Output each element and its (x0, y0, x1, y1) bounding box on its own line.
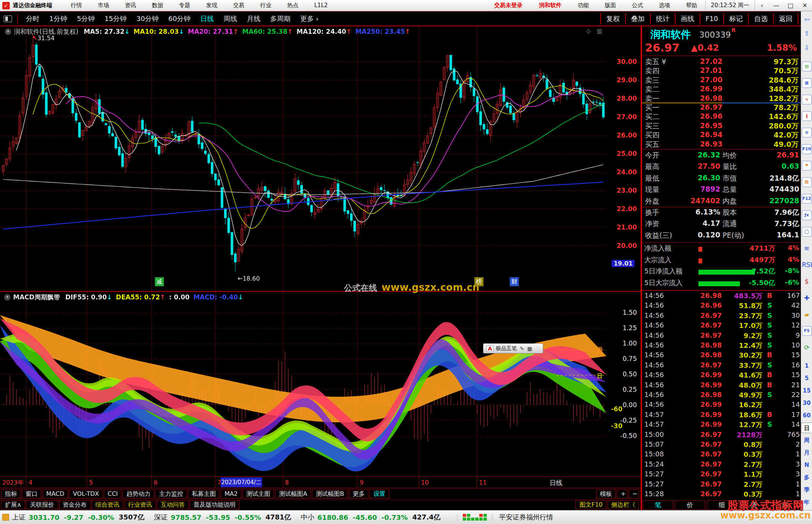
indicator-tab-更多[interactable]: 更多 (349, 489, 368, 498)
formula-icon[interactable]: ƒx (802, 210, 812, 220)
side-period-季[interactable]: 季 (801, 485, 812, 495)
collapse-icon[interactable]: ▾ (5, 29, 11, 35)
dollar-icon[interactable]: $ (802, 276, 812, 286)
tick-row[interactable]: 15:0026.972128万765 (642, 430, 801, 440)
period-tab-4[interactable]: 30分钟 (132, 14, 164, 23)
f10-icon[interactable]: F10 (802, 144, 812, 154)
alert-item-0[interactable]: 交易未登录 (486, 2, 531, 9)
collapse-icon[interactable]: ▾ (4, 294, 11, 301)
ime-toolbar[interactable]: A 极品五笔 ✎ ▦ (483, 343, 543, 353)
indicator-tab-测试幅图A[interactable]: 测试幅图A (275, 489, 311, 498)
tick-row[interactable]: 15:2726.971.1万3 (642, 470, 801, 480)
tick-row[interactable]: 14:5726.9912.7万S14 (642, 420, 801, 430)
macd-chart[interactable] (0, 292, 606, 476)
ime-keyboard-icon[interactable]: ▦ (527, 346, 532, 352)
menu-item-0[interactable]: 行情 (63, 2, 90, 9)
news-icon[interactable]: ≡ (802, 128, 812, 137)
info-tab-4[interactable]: 行业资讯 (124, 500, 156, 509)
toolbar-button-0[interactable]: 复权 (600, 13, 625, 24)
info-tab-3[interactable]: 综合资讯 (92, 500, 123, 509)
tick-row[interactable]: 14:5626.98483.5万B167 (642, 291, 801, 301)
sidebar-toggle-button[interactable]: 侧边栏《 (607, 500, 639, 509)
tick-row[interactable]: 14:5626.9948.0万B21 (642, 381, 801, 391)
indicator-tab-CCI[interactable]: CCI (104, 489, 121, 498)
info-tab-1[interactable]: 关联报价 (26, 500, 58, 509)
toolbar-button-4[interactable]: F10 (700, 13, 723, 24)
side-period-周[interactable]: 周 (801, 435, 812, 445)
indicator-tab-MACD[interactable]: MACD (42, 489, 68, 498)
menu-item-3[interactable]: 数据 (144, 2, 171, 9)
toolbar-button-5[interactable]: 标记 (723, 13, 748, 24)
indicator-tab-趋势动力[interactable]: 趋势动力 (123, 489, 154, 498)
info-tab-2[interactable]: 资金分布 (59, 500, 91, 509)
alert-item-1[interactable]: 润和软件 (531, 2, 570, 9)
toolbar-button-1[interactable]: 叠加 (625, 13, 650, 24)
tick-row[interactable]: 15:0826.970.3万1 (642, 450, 801, 460)
indicator-tab-设置[interactable]: 设置 (370, 489, 389, 498)
candlestick-chart[interactable] (0, 26, 606, 291)
period-tab-8[interactable]: 月线 (242, 14, 265, 23)
trend-line-icon[interactable]: ∿ (802, 95, 812, 104)
tick-row[interactable]: 14:5626.9717.0万S12 (642, 321, 801, 331)
hotkey-chip-2[interactable]: 财 (510, 277, 519, 286)
f5-icon[interactable]: F5 (802, 326, 812, 336)
info-tab-6[interactable]: 普及版功能说明 (190, 500, 239, 509)
period-tab-7[interactable]: 周线 (219, 14, 242, 23)
tick-row[interactable]: 14:5726.9918.6万B17 (642, 411, 801, 420)
indicator-tab-指标[interactable]: 指标 (1, 489, 21, 498)
tick-row[interactable]: 14:5626.9723.7万S30 (642, 311, 801, 321)
period-tab-3[interactable]: 15分钟 (100, 14, 132, 23)
up-arrow-icon[interactable]: ⇧ (802, 29, 812, 38)
menu-item-4[interactable]: 专题 (171, 2, 198, 9)
indicator-tab-测试主图[interactable]: 测试主图 (242, 489, 274, 498)
hotkey-chip-0[interactable]: 减 (155, 277, 164, 286)
menu-item-5[interactable]: 发现 (198, 2, 225, 9)
menu-item-9[interactable]: L1L2 (306, 2, 336, 9)
down-arrow-icon[interactable]: ⇩ (802, 43, 812, 53)
side-period-60[interactable]: 60 (801, 410, 812, 421)
period-tab-1[interactable]: 1分钟 (44, 14, 72, 23)
period-tab-10[interactable]: 更多 › (295, 14, 324, 23)
menu-item-6[interactable]: 交易 (225, 2, 252, 9)
menu-item-7[interactable]: 行业 (252, 2, 279, 9)
chart-corner-icons[interactable]: ◇ ▥ (586, 28, 604, 35)
index-quote-1[interactable]: 深证9785.57-53.95-0.55%4781亿 (154, 513, 291, 522)
zoom-in-button[interactable]: + (617, 489, 627, 498)
index-quote-0[interactable]: 上证3031.70-9.27-0.30%3507亿 (12, 513, 144, 522)
tick-row[interactable]: 14:5626.9849.9万S22 (642, 391, 801, 400)
side-period-30[interactable]: 30 (801, 398, 812, 408)
ring-icon[interactable]: ◯ (802, 227, 812, 237)
menu-item-r1[interactable]: 版面 (597, 2, 624, 9)
menu-item-r0[interactable]: 功能 (570, 2, 597, 9)
toolbar-button-7[interactable]: 返回 (773, 13, 798, 24)
menu-item-r3[interactable]: 选项 (651, 2, 678, 9)
tick-row[interactable]: 15:0726.970.8万2 (642, 440, 801, 450)
tick-row[interactable]: 14:5626.9830.2万B15 (642, 351, 801, 361)
tick-row[interactable]: 14:5626.9651.8万S42 (642, 301, 801, 311)
period-tab-0[interactable]: 分时 (21, 14, 44, 23)
minimize-button[interactable]: — (769, 2, 783, 9)
f12-icon[interactable]: F12 (802, 194, 812, 204)
side-period-日[interactable]: 日 (801, 423, 812, 433)
market-heat-icon[interactable] (457, 514, 492, 521)
tick-row[interactable]: 14:5626.979.2万S9 (642, 331, 801, 341)
refresh-icon[interactable]: ⟳ (802, 343, 812, 352)
toolbar-button-2[interactable]: 统计 (650, 13, 675, 24)
tick-row[interactable]: 14:5626.9941.6万B15 (642, 371, 801, 381)
toolbar-button-3[interactable]: 画线 (675, 13, 700, 24)
tick-row[interactable]: 15:2426.972.7万3 (642, 460, 801, 470)
wave-icon[interactable]: ≋ (802, 243, 812, 253)
f10-graphic-button[interactable]: 图文F10 (576, 500, 606, 509)
tick-row[interactable]: 14:5626.9916.2万14 (642, 400, 801, 410)
move-icon[interactable]: ✚ (802, 293, 812, 303)
self-doc-icon[interactable]: 自 (802, 177, 812, 187)
side-period-1[interactable]: 1 (801, 361, 812, 371)
period-tab-2[interactable]: 5分钟 (72, 14, 99, 23)
panel-tab-笔[interactable]: 笔 (643, 500, 673, 510)
tick-row[interactable]: 14:5626.9812.4万S10 (642, 341, 801, 351)
side-period-多[interactable]: 多 (801, 472, 812, 483)
indicator-tab-窗口[interactable]: 窗口 (22, 489, 41, 498)
hotkey-chip-1[interactable]: 榜 (474, 277, 483, 286)
close-button[interactable]: ✕ (798, 2, 812, 9)
tick-row[interactable]: 15:2726.972.7万1 (642, 480, 801, 490)
